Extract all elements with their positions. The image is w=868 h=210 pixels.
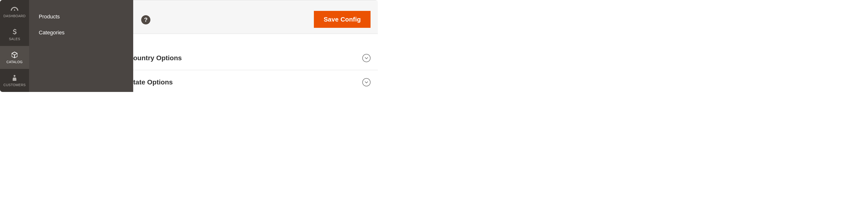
section-title: tate Options [133,78,173,86]
sidebar-item-label: DASHBOARD [3,14,25,18]
chevron-down-icon [362,54,371,62]
sidebar-item-label: SALES [9,37,20,41]
box-icon [10,51,19,59]
sidebar-item-catalog[interactable]: CATALOG [0,46,29,69]
sidebar-item-dashboard[interactable]: DASHBOARD [0,0,29,23]
help-icon[interactable]: ? [141,15,150,25]
sidebar-item-label: CUSTOMERS [3,83,26,87]
chevron-down-icon [362,78,371,86]
person-icon [10,74,19,81]
dollar-icon [10,28,19,36]
admin-sidebar: DASHBOARD SALES CATALOG CUSTOMERS [0,0,29,92]
flyout-item-products[interactable]: Products [29,9,133,25]
sidebar-item-sales[interactable]: SALES [0,23,29,46]
section-title: ountry Options [133,54,182,62]
gauge-icon [10,5,19,12]
sidebar-item-customers[interactable]: CUSTOMERS [0,69,29,92]
catalog-flyout: Products Categories [29,0,133,92]
sidebar-item-label: CATALOG [6,60,23,64]
flyout-item-categories[interactable]: Categories [29,25,133,41]
save-config-button[interactable]: Save Config [314,11,371,28]
